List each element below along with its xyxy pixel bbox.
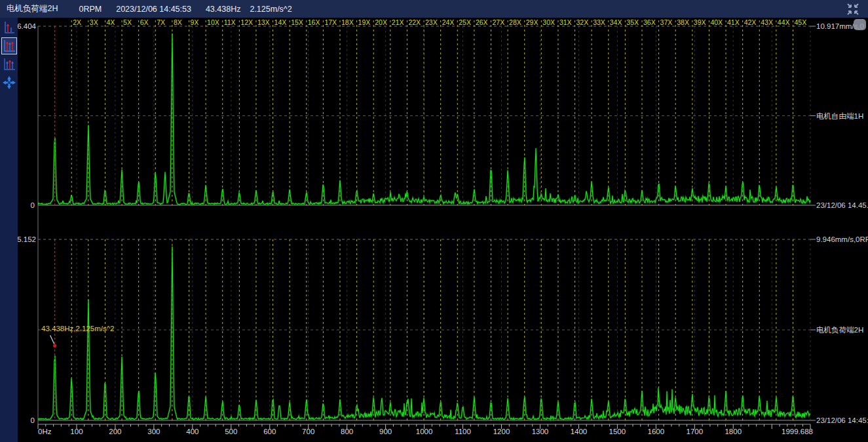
harmonic-label: 44X [778, 18, 790, 26]
harmonic-label: 31X [559, 18, 572, 26]
x-tick-label: 400 [186, 428, 198, 435]
chart1-channel-label: 电机自由端1H [816, 112, 863, 120]
harmonic-label: 30X [542, 18, 555, 26]
active-channel-label: 电机负荷端2H [7, 3, 58, 14]
spectra-plot-area[interactable]: 2X3X4X5X6X7X8X9X10X11X12X13X14X15X16X17X… [18, 18, 868, 442]
harmonic-label: 14X [274, 18, 287, 26]
harmonic-label: 8X [174, 18, 182, 26]
cursor-point-marker[interactable] [53, 344, 56, 348]
harmonic-label: 38X [677, 18, 689, 26]
multi-spectrum-icon[interactable] [1, 37, 17, 54]
x-tick-label: 1700 [687, 428, 704, 435]
harmonic-label: 9X [190, 18, 198, 26]
collapse-inward-icon[interactable] [846, 2, 860, 16]
x-tick-label: 900 [379, 428, 392, 435]
chart1-date-label: 23/12/06 14.45.4 [816, 201, 868, 209]
harmonic-label: 3X [90, 18, 98, 26]
cursor-frequency-readout: 43.438Hz [206, 5, 241, 14]
x-tick-label: 0Hz [38, 428, 52, 435]
harmonic-label: 19X [358, 18, 371, 26]
harmonic-label: 43X [761, 18, 773, 26]
harmonic-label: 25X [459, 18, 471, 26]
x-tick-label: 1400 [571, 428, 588, 435]
harmonic-label: 32X [576, 18, 589, 26]
harmonic-label: 13X [257, 18, 270, 26]
cursor-amplitude-readout: 2.125m/s^2 [250, 5, 292, 14]
harmonic-label: 36X [643, 18, 656, 26]
harmonic-label: 29X [526, 18, 538, 26]
x-tick-label: 500 [225, 428, 237, 435]
vibration-analyzer-window: { "topbar": { "channel": "电机负荷端2H", "rpm… [0, 0, 868, 442]
toolbar-sidebar [0, 18, 18, 442]
status-bar: 电机负荷端2H 0RPM 2023/12/06 14:45:53 43.438H… [0, 0, 868, 18]
harmonic-label: 24X [442, 18, 455, 26]
harmonic-label: 41X [727, 18, 740, 26]
pan-move-icon[interactable] [1, 74, 17, 91]
harmonic-label: 45X [794, 18, 806, 26]
chart2-channel-label: 电机负荷端2H [816, 326, 863, 334]
chart2-date-label: 23/12/06 14:45:5 [816, 416, 868, 424]
plot-background-layer [18, 18, 868, 442]
harmonic-label: 27X [492, 18, 504, 26]
harmonic-label: 22X [408, 18, 421, 26]
harmonic-label: 20X [375, 18, 387, 26]
single-spectrum-icon[interactable] [1, 19, 17, 36]
x-tick-label: 1999.688 [782, 428, 813, 435]
harmonic-label: 35X [626, 18, 639, 26]
harmonic-label: 33X [593, 18, 605, 26]
harmonic-label: 34X [610, 18, 622, 26]
harmonic-label: 21X [392, 18, 404, 26]
plot-background [18, 18, 868, 442]
harmonic-label: 23X [425, 18, 438, 26]
x-tick-label: 300 [147, 428, 160, 435]
scrollbar-thumb[interactable] [854, 19, 866, 30]
harmonic-label: 37X [660, 18, 673, 26]
stacked-spectrum-icon[interactable] [1, 56, 17, 73]
x-tick-label: 1800 [725, 428, 742, 435]
harmonic-label: 18X [341, 18, 354, 26]
x-tick-label: 800 [341, 428, 353, 435]
x-tick-label: 1200 [493, 428, 510, 435]
cursor-annotation-label: 43.438Hz,2.125m/s^2 [41, 325, 115, 332]
x-tick-label: 200 [109, 428, 121, 435]
x-tick-label: 1500 [609, 428, 626, 435]
harmonic-label: 11X [224, 18, 236, 26]
harmonic-label: 5X [123, 18, 132, 26]
harmonic-label: 26X [476, 18, 488, 26]
y-zero-label: 0 [31, 201, 35, 209]
x-tick-label: 1000 [416, 428, 433, 435]
chart2-scale-label: 9.946mm/s,0RPM [816, 235, 868, 243]
y-max-label: 5.152 [18, 235, 36, 243]
harmonic-label: 39X [694, 18, 706, 26]
x-tick-label: 600 [263, 428, 276, 435]
harmonic-label: 16X [308, 18, 320, 26]
harmonic-label: 40X [710, 18, 723, 26]
x-tick-label: 1300 [532, 428, 549, 435]
x-tick-label: 100 [70, 428, 83, 435]
rpm-value: 0RPM [79, 5, 102, 14]
harmonic-label: 42X [744, 18, 757, 26]
harmonic-label: 10X [207, 18, 219, 26]
y-zero-label: 0 [31, 416, 35, 424]
measurement-timestamp: 2023/12/06 14:45:53 [116, 5, 191, 14]
y-max-label: 6.404 [18, 22, 37, 30]
x-tick-label: 700 [302, 428, 314, 435]
harmonic-label: 15X [291, 18, 303, 26]
x-tick-label: 1100 [455, 428, 471, 435]
harmonic-label: 6X [140, 18, 149, 26]
harmonic-label: 2X [73, 18, 81, 26]
harmonic-label: 17X [324, 18, 337, 26]
harmonic-label: 12X [240, 18, 253, 26]
harmonic-label: 28X [509, 18, 521, 26]
harmonic-label: 4X [106, 18, 115, 26]
harmonic-label: 7X [157, 18, 165, 26]
x-tick-label: 1600 [648, 428, 665, 435]
